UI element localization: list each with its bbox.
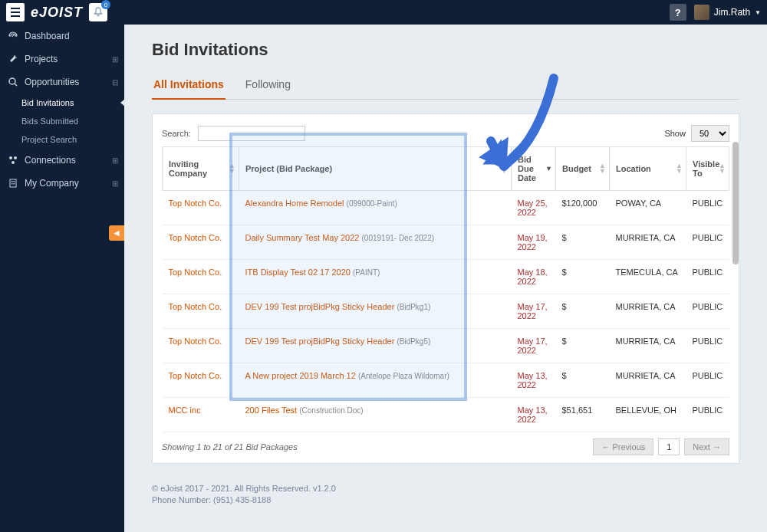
- sort-icon: ▲▼: [719, 163, 726, 174]
- bid-package: (0019191- Dec 2022): [362, 234, 435, 242]
- bid-due-date: May 17, 2022: [512, 329, 556, 363]
- footer-copyright: © eJoist 2017 - 2021. All Rights Reserve…: [152, 484, 739, 493]
- tab-all-invitations[interactable]: All Invitations: [152, 74, 225, 100]
- footer: © eJoist 2017 - 2021. All Rights Reserve…: [124, 471, 767, 519]
- budget: $: [556, 225, 610, 260]
- svg-rect-5: [12, 181, 13, 182]
- sidebar-sub-project-search[interactable]: Project Search: [0, 130, 124, 149]
- location: MURRIETA, CA: [610, 363, 686, 398]
- next-button[interactable]: Next →: [684, 438, 729, 455]
- sidebar-collapse-button[interactable]: ◄: [109, 225, 124, 241]
- prev-button[interactable]: ← Previous: [593, 438, 653, 455]
- sidebar: Dashboard Projects ⊞ Opportunities ⊟ Bid…: [0, 25, 124, 532]
- svg-rect-4: [10, 179, 16, 187]
- visible-to: PUBLIC: [686, 294, 729, 329]
- visible-to: PUBLIC: [686, 191, 729, 225]
- budget: $: [556, 329, 610, 363]
- table-footer: Showing 1 to 21 of 21 Bid Packages ← Pre…: [162, 438, 729, 455]
- chevron-down-icon: ▼: [755, 9, 761, 16]
- company-link[interactable]: Top Notch Co.: [169, 199, 222, 208]
- sidebar-item-projects[interactable]: Projects ⊞: [0, 48, 124, 71]
- bid-package: (BidPkg5): [397, 337, 430, 346]
- notifications-button[interactable]: 0: [89, 3, 107, 21]
- svg-rect-8: [14, 183, 15, 185]
- sidebar-item-label: Connections: [25, 155, 76, 166]
- bid-package: (Construction Doc): [299, 406, 363, 415]
- svg-point-2: [14, 156, 17, 159]
- col-inviting-company[interactable]: Inviting Company▲▼: [163, 147, 239, 191]
- company-link[interactable]: Top Notch Co.: [169, 302, 222, 311]
- sidebar-item-my-company[interactable]: My Company ⊞: [0, 172, 124, 195]
- project-link[interactable]: DEV 199 Test projBidPkg Sticky Header: [245, 302, 395, 311]
- budget: $: [556, 260, 610, 294]
- sidebar-sub-bid-invitations[interactable]: Bid Invitations: [0, 94, 124, 112]
- project-link[interactable]: Daily Summary Test May 2022: [245, 233, 360, 242]
- tab-following[interactable]: Following: [244, 74, 292, 99]
- sidebar-item-opportunities[interactable]: Opportunities ⊟: [0, 71, 124, 94]
- scrollbar[interactable]: [732, 142, 739, 264]
- search-icon: [8, 77, 18, 87]
- help-button[interactable]: ?: [670, 4, 686, 21]
- topbar: eJOIST 0 ? Jim.Rath ▼: [0, 0, 767, 25]
- table-row: Top Notch Co.Daily Summary Test May 2022…: [163, 225, 729, 260]
- show-select[interactable]: 50: [691, 125, 729, 142]
- company-link[interactable]: MCC inc: [169, 406, 201, 415]
- location: POWAY, CA: [610, 191, 686, 225]
- project-link[interactable]: Alexandra Home Remodel: [245, 199, 344, 208]
- arrow-left-icon: ◄: [112, 228, 121, 238]
- table-row: Top Notch Co.A New project 2019 March 12…: [163, 363, 729, 398]
- topbar-right: ? Jim.Rath ▼: [670, 4, 761, 21]
- search-label: Search:: [162, 129, 191, 138]
- bid-due-date: May 17, 2022: [512, 294, 556, 329]
- footer-phone: Phone Number: (951) 435-8188: [152, 495, 739, 504]
- table-card: Search: Show 50 Inviting Company▲▼ Proje…: [152, 113, 739, 464]
- show-group: Show 50: [664, 125, 729, 142]
- project-link[interactable]: 200 Files Test: [245, 406, 298, 415]
- sidebar-item-dashboard[interactable]: Dashboard: [0, 25, 124, 48]
- bid-package: (BidPkg1): [397, 303, 430, 311]
- sidebar-item-label: Dashboard: [25, 31, 70, 41]
- bid-due-date: May 19, 2022: [512, 225, 556, 260]
- project-link[interactable]: DEV 199 Test projBidPkg Sticky Header: [245, 337, 395, 346]
- sort-icon: ▲▼: [501, 163, 508, 174]
- wrench-icon: [8, 54, 18, 64]
- visible-to: PUBLIC: [686, 363, 729, 398]
- bid-due-date: May 25, 2022: [512, 191, 556, 225]
- menu-toggle-button[interactable]: [6, 3, 25, 21]
- col-visible-to[interactable]: Visible To▲▼: [686, 147, 729, 191]
- sort-desc-icon: ▼: [545, 166, 552, 172]
- col-bid-due-date[interactable]: Bid Due Date▼: [512, 147, 556, 191]
- col-project[interactable]: Project (Bid Package)▲▼: [239, 147, 512, 191]
- col-location[interactable]: Location▲▼: [610, 147, 686, 191]
- sidebar-item-connections[interactable]: Connections ⊞: [0, 149, 124, 172]
- main-content: Bid Invitations All Invitations Followin…: [124, 25, 767, 532]
- company-link[interactable]: Top Notch Co.: [169, 371, 222, 380]
- budget: $120,000: [556, 191, 610, 225]
- company-link[interactable]: Top Notch Co.: [169, 337, 222, 346]
- bid-package: (PAINT): [353, 268, 380, 277]
- sidebar-item-label: Opportunities: [25, 77, 79, 87]
- visible-to: PUBLIC: [686, 225, 729, 260]
- tabs: All Invitations Following: [152, 74, 739, 100]
- sort-icon: ▲▼: [599, 163, 606, 174]
- expand-icon: ⊞: [112, 179, 118, 188]
- bid-package: (Antelope Plaza Wildomar): [358, 372, 449, 380]
- col-budget[interactable]: Budget▲▼: [556, 147, 610, 191]
- project-link[interactable]: A New project 2019 March 12: [245, 371, 356, 380]
- location: TEMECULA, CA: [610, 260, 686, 294]
- location: MURRIETA, CA: [610, 329, 686, 363]
- sidebar-sub-bids-submitted[interactable]: Bids Submitted: [0, 112, 124, 130]
- building-icon: [8, 178, 18, 189]
- username: Jim.Rath: [714, 7, 750, 18]
- table-row: Top Notch Co.Alexandra Home Remodel (099…: [163, 191, 729, 225]
- search-input[interactable]: [198, 126, 305, 141]
- project-link[interactable]: ITB Display Test 02 17 2020: [245, 268, 351, 277]
- bid-package: (099000-Paint): [347, 199, 397, 208]
- company-link[interactable]: Top Notch Co.: [169, 268, 222, 277]
- user-menu[interactable]: Jim.Rath ▼: [694, 5, 761, 20]
- sidebar-item-label: My Company: [25, 178, 79, 189]
- company-link[interactable]: Top Notch Co.: [169, 233, 222, 242]
- bid-table: Inviting Company▲▼ Project (Bid Package)…: [162, 146, 729, 432]
- page-number[interactable]: 1: [658, 438, 680, 455]
- search-group: Search:: [162, 126, 305, 141]
